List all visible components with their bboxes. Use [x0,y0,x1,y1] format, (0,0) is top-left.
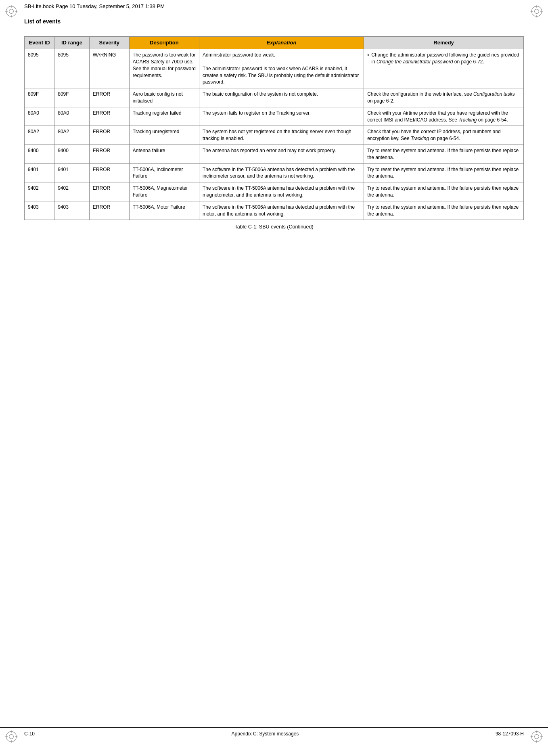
cell-severity: ERROR [89,144,129,163]
cell-severity: ERROR [89,126,129,145]
page-container: SB-Lite.book Page 10 Tuesday, September … [0,0,548,756]
page-title: List of events [24,18,61,25]
corner-target-top-left [4,4,19,19]
cell-severity: ERROR [89,163,129,182]
cell-explanation: The software in the TT-5006A antenna has… [199,182,364,201]
cell-description: TT-5006A, Magnetometer Failure [129,182,199,201]
cell-severity: ERROR [89,88,129,107]
table-row: 9401 9401 ERROR TT-5006A, Inclinometer F… [25,163,524,182]
cell-event-id: 9401 [25,163,54,182]
cell-description: Tracking register failed [129,107,199,126]
bullet-dot: • [367,52,369,65]
table-row: 809F 809F ERROR Aero basic config is not… [25,88,524,107]
cell-remedy: Try to reset the system and antenna. If … [364,201,524,220]
top-bar: SB-Lite.book Page 10 Tuesday, September … [0,0,548,11]
cell-remedy: Check the configuration in the web inter… [364,88,524,107]
page-header: List of events [0,11,548,28]
cell-description: Antenna failure [129,144,199,163]
cell-id-range: 9402 [54,182,90,201]
th-remedy: Remedy [364,37,524,49]
cell-remedy: Try to reset the system and antenna. If … [364,163,524,182]
events-table: Event ID ID range Severity Description E… [24,36,524,220]
table-header-row: Event ID ID range Severity Description E… [25,37,524,49]
footer-center: Appendix C: System messages [232,731,299,737]
table-caption: Table C-1: SBU events (Continued) [24,224,524,230]
top-bar-text: SB-Lite.book Page 10 Tuesday, September … [24,3,165,9]
cell-id-range: 80A0 [54,107,90,126]
cell-event-id: 80A0 [25,107,54,126]
table-row: 9403 9403 ERROR TT-5006A, Motor Failure … [25,201,524,220]
table-row: 8095 8095 WARNING The password is too we… [25,49,524,88]
cell-description: TT-5006A, Inclinometer Failure [129,163,199,182]
cell-remedy: • Change the administrator password foll… [364,49,524,88]
cell-id-range: 809F [54,88,90,107]
cell-id-range: 9401 [54,163,90,182]
cell-id-range: 9403 [54,201,90,220]
cell-description: Aero basic config is not initialised [129,88,199,107]
table-row: 80A0 80A0 ERROR Tracking register failed… [25,107,524,126]
cell-explanation: The basic configuration of the system is… [199,88,364,107]
th-event-id: Event ID [25,37,54,49]
cell-id-range: 80A2 [54,126,90,145]
main-content: Event ID ID range Severity Description E… [0,36,548,230]
svg-point-1 [9,9,14,14]
cell-remedy: Check with your Airtime provider that yo… [364,107,524,126]
th-severity: Severity [89,37,129,49]
cell-description: Tracking unregistered [129,126,199,145]
cell-remedy: Try to reset the system and antenna. If … [364,182,524,201]
table-row: 9400 9400 ERROR Antenna failure The ante… [25,144,524,163]
th-id-range: ID range [54,37,90,49]
cell-remedy: Try to reset the system and antenna. If … [364,144,524,163]
svg-point-6 [531,6,542,16]
cell-explanation: The system has not yet registered on the… [199,126,364,145]
cell-event-id: 9400 [25,144,54,163]
cell-severity: WARNING [89,49,129,88]
cell-explanation: The system fails to register on the Trac… [199,107,364,126]
cell-explanation: The software in the TT-5006A antenna has… [199,163,364,182]
table-row: 80A2 80A2 ERROR Tracking unregistered Th… [25,126,524,145]
svg-point-7 [535,9,539,14]
cell-severity: ERROR [89,201,129,220]
cell-event-id: 809F [25,88,54,107]
cell-event-id: 9402 [25,182,54,201]
cell-event-id: 9403 [25,201,54,220]
cell-description: The password is too weak for ACARS Safet… [129,49,199,88]
cell-description: TT-5006A, Motor Failure [129,201,199,220]
cell-event-id: 80A2 [25,126,54,145]
header-divider [24,28,524,28]
cell-explanation: Administrator password too weak. The adm… [199,49,364,88]
table-row: 9402 9402 ERROR TT-5006A, Magnetometer F… [25,182,524,201]
bullet-item: • Change the administrator password foll… [367,52,520,65]
cell-event-id: 8095 [25,49,54,88]
cell-severity: ERROR [89,107,129,126]
cell-severity: ERROR [89,182,129,201]
cell-explanation: The software in the TT-5006A antenna has… [199,201,364,220]
footer-left: C-10 [24,731,35,737]
th-description: Description [129,37,199,49]
page-footer: C-10 Appendix C: System messages 98-1270… [0,727,548,740]
cell-id-range: 9400 [54,144,90,163]
th-explanation: Explanation [199,37,364,49]
corner-target-top-right [529,4,544,19]
footer-right: 98-127093-H [496,731,524,737]
cell-explanation: The antenna has reported an error and ma… [199,144,364,163]
cell-remedy: Check that you have the correct IP addre… [364,126,524,145]
cell-id-range: 8095 [54,49,90,88]
bullet-text: Change the administrator password follow… [371,52,520,65]
svg-point-0 [6,6,16,16]
